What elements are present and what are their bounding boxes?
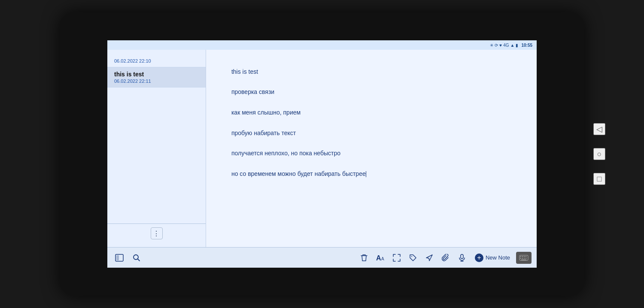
svg-rect-19 bbox=[521, 260, 526, 260]
svg-line-3 bbox=[138, 259, 140, 261]
status-icon-sync: ⟳ bbox=[495, 43, 498, 48]
svg-text:A: A bbox=[376, 254, 381, 262]
device-frame: ✳ ⟳ ♥ 4G ▲ ▮ 10:55 06.02.2022 22:10 this… bbox=[60, 12, 584, 296]
note-date-1: 06.02.2022 22:10 bbox=[114, 58, 199, 63]
svg-rect-14 bbox=[526, 256, 526, 257]
more-options-button[interactable]: ⋮ bbox=[151, 227, 163, 239]
expand-button[interactable] bbox=[390, 251, 404, 265]
delete-button[interactable] bbox=[357, 251, 371, 265]
svg-rect-16 bbox=[522, 258, 523, 259]
main-content: 06.02.2022 22:10 this is test 06.02.2022… bbox=[107, 50, 537, 247]
note-list-item-2[interactable]: this is test 06.02.2022 22:11 bbox=[107, 67, 206, 88]
font-icon: A A bbox=[376, 254, 385, 262]
new-note-plus-icon: + bbox=[475, 254, 483, 262]
attach-icon bbox=[442, 254, 450, 262]
text-cursor bbox=[366, 171, 366, 177]
note-content: this is test проверка связи как меня слы… bbox=[215, 57, 528, 189]
note-title-2: this is test bbox=[114, 71, 199, 78]
device-screen: ✳ ⟳ ♥ 4G ▲ ▮ 10:55 06.02.2022 22:10 this… bbox=[107, 40, 537, 268]
new-note-button[interactable]: + New Note bbox=[471, 252, 513, 264]
note-line-3: как меня слышно, прием bbox=[231, 109, 301, 116]
delete-icon bbox=[361, 254, 368, 262]
note-line-6: но со временем можно будет набирать быст… bbox=[231, 170, 366, 177]
new-note-label: New Note bbox=[486, 254, 510, 261]
tag-icon bbox=[409, 254, 417, 262]
status-icon-signal: ▲ bbox=[510, 43, 515, 48]
send-button[interactable] bbox=[422, 251, 436, 265]
bottom-toolbar: A A bbox=[107, 247, 537, 268]
send-icon bbox=[425, 254, 433, 262]
notes-list-sidebar: 06.02.2022 22:10 this is test 06.02.2022… bbox=[107, 50, 206, 247]
status-icon-4g: 4G bbox=[503, 43, 509, 48]
status-icons: ✳ ⟳ ♥ 4G ▲ ▮ 10:55 bbox=[490, 43, 532, 48]
svg-rect-17 bbox=[524, 258, 525, 259]
svg-rect-11 bbox=[520, 256, 521, 257]
toolbar-right-group: A A bbox=[357, 251, 532, 265]
status-time: 10:55 bbox=[521, 43, 532, 48]
toolbar-left-group bbox=[112, 251, 143, 265]
note-line-2: проверка связи bbox=[231, 88, 274, 95]
svg-rect-12 bbox=[522, 256, 523, 257]
note-line-1: this is test bbox=[231, 68, 258, 75]
status-bar: ✳ ⟳ ♥ 4G ▲ ▮ 10:55 bbox=[107, 40, 537, 50]
svg-rect-18 bbox=[526, 258, 526, 259]
status-icon-heart: ♥ bbox=[499, 43, 502, 48]
microphone-icon bbox=[459, 254, 465, 262]
search-button[interactable] bbox=[130, 251, 143, 265]
svg-point-6 bbox=[411, 256, 412, 257]
back-button[interactable]: ◁ bbox=[593, 123, 605, 135]
svg-rect-7 bbox=[461, 254, 463, 259]
svg-rect-15 bbox=[520, 258, 521, 259]
microphone-button[interactable] bbox=[455, 251, 469, 265]
font-size-button[interactable]: A A bbox=[374, 251, 387, 265]
keyboard-button[interactable] bbox=[516, 252, 532, 264]
sidebar-more-area: ⋮ bbox=[107, 223, 206, 243]
side-navigation: ◁ ○ □ bbox=[593, 123, 605, 185]
keyboard-icon bbox=[519, 255, 529, 261]
note-line-6-text: но со временем можно будет набирать быст… bbox=[231, 170, 366, 177]
notes-list-icon-button[interactable] bbox=[112, 251, 126, 265]
note-list-item-1[interactable]: 06.02.2022 22:10 bbox=[107, 54, 206, 67]
recent-apps-button[interactable]: □ bbox=[593, 173, 605, 185]
search-icon bbox=[133, 254, 140, 262]
note-line-4: пробую набирать текст bbox=[231, 130, 296, 136]
svg-rect-13 bbox=[524, 256, 525, 257]
tag-button[interactable] bbox=[406, 251, 420, 265]
svg-text:A: A bbox=[381, 257, 384, 261]
note-editor[interactable]: this is test проверка связи как меня слы… bbox=[206, 50, 537, 247]
expand-icon bbox=[393, 254, 401, 262]
status-icon-battery: ▮ bbox=[516, 43, 518, 48]
svg-rect-1 bbox=[116, 255, 119, 260]
note-date-2: 06.02.2022 22:11 bbox=[114, 79, 199, 84]
notes-list-icon bbox=[115, 254, 124, 262]
note-line-5: получается неплохо, но пока небыстро bbox=[231, 150, 340, 157]
attach-button[interactable] bbox=[439, 251, 453, 265]
home-button[interactable]: ○ bbox=[593, 148, 605, 160]
status-icon-asterisk: ✳ bbox=[490, 43, 493, 48]
